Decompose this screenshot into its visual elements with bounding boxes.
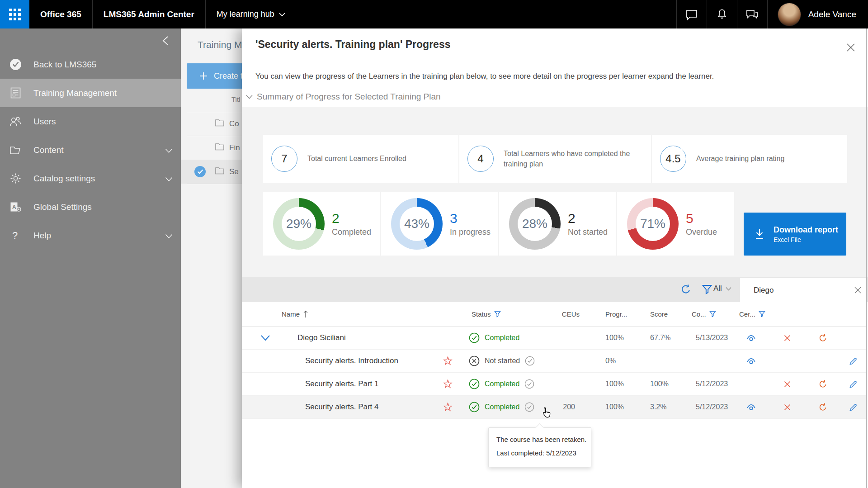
delete-x-icon[interactable] xyxy=(783,380,792,389)
table-body: Diego SicilianiCompleted100%67.7%5/13/20… xyxy=(242,327,867,419)
user-name[interactable]: Adele Vance xyxy=(801,9,868,19)
edit-pencil-icon[interactable] xyxy=(849,403,858,412)
sidebar-item-training-management[interactable]: Training Management xyxy=(0,79,181,107)
background-page: Training M Create tra Titl CoFinSe xyxy=(181,28,242,488)
column-header-name[interactable]: Name xyxy=(282,310,436,318)
sidebar-item-label: Help xyxy=(33,231,51,241)
cell-progress: 100% xyxy=(583,334,640,342)
cell-completed-date: 5/13/2023 xyxy=(683,334,735,342)
table-row-security-alerts-part-1: Security alerts. Part 1Completed100%100%… xyxy=(242,373,867,396)
edit-pencil-icon[interactable] xyxy=(849,356,858,366)
rate-star-icon[interactable] xyxy=(443,356,453,365)
background-page-title: Training M xyxy=(198,39,242,50)
filter-funnel-icon[interactable] xyxy=(709,311,716,317)
back-to-lms365-icon xyxy=(9,58,22,71)
svg-text:A: A xyxy=(12,204,16,210)
row-name[interactable]: Diego Siciliani xyxy=(289,333,436,342)
mark-completed-icon[interactable] xyxy=(524,379,534,389)
brand-lms365-admin-center[interactable]: LMS365 Admin Center xyxy=(93,0,205,28)
rate-star-icon[interactable] xyxy=(443,379,453,389)
stat-card: 4Total Learners who have completed the t… xyxy=(459,135,651,183)
stats-row: 7Total current Learners Enrolled4Total L… xyxy=(263,135,847,183)
sidebar-item-help[interactable]: ?Help xyxy=(0,221,181,250)
cell-score: 3.2% xyxy=(640,403,683,411)
background-table-row[interactable]: Fin xyxy=(181,136,242,160)
chevron-down-icon xyxy=(165,231,173,241)
users-icon xyxy=(9,115,22,128)
stat-label: Total Learners who have completed the tr… xyxy=(504,148,651,169)
view-content-eye-icon[interactable] xyxy=(746,402,756,412)
background-row-label: Co xyxy=(229,119,239,128)
expand-chevron-icon[interactable] xyxy=(260,335,270,341)
filter-funnel-icon[interactable] xyxy=(699,282,715,297)
row-name[interactable]: Security alerts. Introduction xyxy=(289,356,436,365)
background-table-row[interactable]: Se xyxy=(181,160,242,184)
delete-x-icon[interactable] xyxy=(783,334,792,342)
sidebar-item-content[interactable]: Content xyxy=(0,136,181,164)
brand-office365[interactable]: Office 365 xyxy=(29,0,92,28)
view-content-eye-icon[interactable] xyxy=(746,356,756,366)
sidebar-nav: Back to LMS365Training ManagementUsersCo… xyxy=(0,28,181,488)
filter-funnel-icon[interactable] xyxy=(494,311,501,317)
sidebar-item-label: Back to LMS365 xyxy=(33,60,96,70)
feedback-icon[interactable] xyxy=(737,0,767,28)
sidebar-item-label: Global Settings xyxy=(33,202,92,212)
modal-scrollbar[interactable] xyxy=(866,28,867,488)
help-icon: ? xyxy=(9,229,22,242)
status-label: Completed xyxy=(485,380,519,388)
donut-count: 2 xyxy=(332,211,371,226)
edit-pencil-icon[interactable] xyxy=(849,379,858,389)
filter-all-dropdown[interactable]: All xyxy=(713,284,731,293)
stat-card: 7Total current Learners Enrolled xyxy=(263,135,458,183)
sidebar-item-users[interactable]: Users xyxy=(0,107,181,136)
mark-completed-icon[interactable] xyxy=(525,356,535,366)
retaken-tooltip: The course has been retaken. Last comple… xyxy=(488,427,591,467)
background-table-row[interactable]: Co xyxy=(181,112,242,136)
donut-card-in-progress: 43%3In progress xyxy=(381,192,498,256)
retake-icon[interactable] xyxy=(818,333,828,343)
summary-toggle[interactable]: Summary of Progress for Selected Trainin… xyxy=(245,92,441,102)
row-name[interactable]: Security alerts. Part 1 xyxy=(289,379,436,389)
donut-chart: 71% xyxy=(627,198,679,250)
column-header-completed[interactable]: Co... xyxy=(683,310,735,318)
svg-text:?: ? xyxy=(12,230,18,241)
app-launcher-icon[interactable] xyxy=(0,0,29,28)
cell-completed-date: 5/12/2023 xyxy=(683,403,735,411)
download-report-label: Download report xyxy=(774,225,838,235)
stat-value-circle: 7 xyxy=(271,146,297,172)
column-header-progress[interactable]: Progr... xyxy=(583,310,640,318)
column-header-status[interactable]: Status xyxy=(459,310,554,318)
row-name[interactable]: Security alerts. Part 4 xyxy=(289,403,436,412)
search-input[interactable] xyxy=(754,286,854,295)
status-completed-icon xyxy=(469,332,480,343)
my-learning-hub-label: My learning hub xyxy=(217,9,274,19)
sidebar-collapse-icon[interactable] xyxy=(159,34,173,47)
user-avatar[interactable] xyxy=(778,3,801,26)
retake-icon[interactable] xyxy=(818,379,828,389)
modal-close-icon[interactable] xyxy=(845,42,857,54)
sidebar-item-back-to-lms365[interactable]: Back to LMS365 xyxy=(0,50,181,79)
refresh-icon[interactable] xyxy=(678,282,693,297)
filter-funnel-icon[interactable] xyxy=(759,311,765,317)
mark-completed-icon[interactable] xyxy=(524,402,534,412)
retake-icon[interactable] xyxy=(818,403,828,412)
table-toolbar: All xyxy=(242,277,868,302)
column-header-ceus[interactable]: CEUs xyxy=(554,310,583,318)
rate-star-icon[interactable] xyxy=(443,403,453,412)
column-header-certificate[interactable]: Cer... xyxy=(735,310,767,318)
column-header-score[interactable]: Score xyxy=(640,310,683,318)
download-report-button[interactable]: Download report Excel File xyxy=(744,213,846,256)
delete-x-icon[interactable] xyxy=(783,403,792,412)
search-clear-icon[interactable] xyxy=(854,285,862,296)
sidebar-item-catalog-settings[interactable]: Catalog settings xyxy=(0,164,181,193)
stat-value-circle: 4 xyxy=(467,146,494,172)
notifications-bell-icon[interactable] xyxy=(707,0,737,28)
cell-progress: 100% xyxy=(583,380,640,388)
my-learning-hub-menu[interactable]: My learning hub xyxy=(206,0,296,28)
create-training-plan-button[interactable]: Create tra xyxy=(187,63,242,89)
view-content-eye-icon[interactable] xyxy=(746,333,756,343)
global-settings-icon: A xyxy=(9,201,22,213)
sidebar-item-global-settings[interactable]: AGlobal Settings xyxy=(0,193,181,221)
chat-icon[interactable] xyxy=(677,0,707,28)
donut-percent: 29% xyxy=(282,207,316,241)
